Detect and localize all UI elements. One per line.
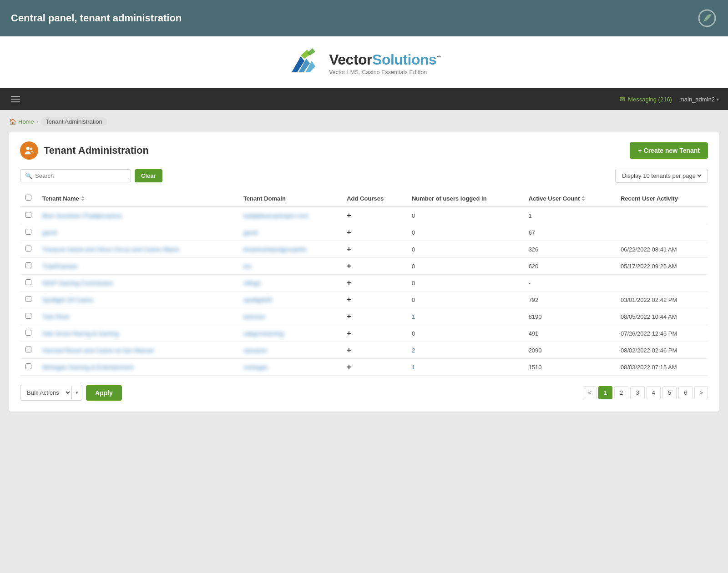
tenant-domain-cell[interactable]: oakgroveaming xyxy=(238,325,341,342)
col-tenant-name: Tenant Name xyxy=(37,190,238,207)
table-row: TulaIIGantamtno+062005/17/2022 09:25 AM xyxy=(20,258,708,275)
breadcrumb-home[interactable]: 🏠 Home xyxy=(9,118,34,125)
active-count-cell: 792 xyxy=(523,292,615,308)
logged-in-cell[interactable]: 1 xyxy=(406,308,523,325)
row-checkbox[interactable] xyxy=(25,279,31,285)
logged-in-cell[interactable]: 2 xyxy=(406,342,523,359)
page-5-button[interactable]: 5 xyxy=(662,386,677,399)
people-icon xyxy=(24,146,34,156)
add-courses-cell[interactable]: + xyxy=(341,275,406,292)
tenant-name-cell[interactable]: Spotlight 29 Casino xyxy=(37,292,238,308)
page-4-button[interactable]: 4 xyxy=(647,386,661,399)
tenant-name-cell[interactable]: Harrsed Resort and Casino at San Manuel xyxy=(37,342,238,359)
logged-in-cell: 0 xyxy=(406,224,523,241)
page-1-button[interactable]: 1 xyxy=(598,386,612,399)
row-checkbox[interactable] xyxy=(25,347,31,352)
tenant-name-cell[interactable]: Blue Sunshine (Tulalip/casino) xyxy=(37,207,238,224)
breadcrumb: 🏠 Home › Tenant Administration xyxy=(9,117,719,126)
active-count-cell: 326 xyxy=(523,241,615,258)
recent-activity-cell xyxy=(615,275,708,292)
row-checkbox[interactable] xyxy=(25,212,31,218)
bulk-actions-chevron[interactable]: ▾ xyxy=(71,386,82,399)
tenant-name-cell[interactable]: TulaIIGantam xyxy=(37,258,238,275)
add-courses-cell[interactable]: + xyxy=(341,292,406,308)
apply-button[interactable]: Apply xyxy=(86,385,122,401)
search-input[interactable] xyxy=(35,172,126,179)
tenant-domain-cell[interactable]: timantra/islandgroupinfo xyxy=(238,241,341,258)
tenant-domain-cell[interactable]: spotlight29 xyxy=(238,292,341,308)
page-6-button[interactable]: 6 xyxy=(678,386,693,399)
logged-in-cell: 0 xyxy=(406,258,523,275)
col-active-user-count: Active User Count xyxy=(523,190,615,207)
active-count-cell: 620 xyxy=(523,258,615,275)
add-courses-cell[interactable]: + xyxy=(341,325,406,342)
table-row: Harrsed Resort and Casino at San Manuels… xyxy=(20,342,708,359)
user-menu[interactable]: main_admin2 ▾ xyxy=(679,96,719,103)
tenant-name-cell[interactable]: Twin River xyxy=(37,308,238,325)
tenant-domain-cell[interactable]: twinriver xyxy=(238,308,341,325)
add-courses-cell[interactable]: + xyxy=(341,359,406,376)
add-courses-cell[interactable]: + xyxy=(341,342,406,359)
tenant-table: Tenant Name Tenant Domain Add Courses Nu… xyxy=(20,190,708,376)
page-3-button[interactable]: 3 xyxy=(630,386,644,399)
recent-activity-cell: 06/22/2022 08:41 AM xyxy=(615,241,708,258)
row-checkbox[interactable] xyxy=(25,330,31,336)
col-users-logged-in: Number of users logged in xyxy=(406,190,523,207)
prev-page-button[interactable]: < xyxy=(583,386,597,399)
tenant-domain-cell[interactable]: tno xyxy=(238,258,341,275)
active-count-cell: 1510 xyxy=(523,359,615,376)
tenant-domain-cell[interactable]: nilfogo xyxy=(238,275,341,292)
row-checkbox[interactable] xyxy=(25,229,31,235)
tenant-name-cell[interactable]: Oak Grove Racing & Gaming xyxy=(37,325,238,342)
page-title: Central panel, tenant administration xyxy=(11,12,182,24)
tenant-name-cell[interactable]: Mohegan Gaming & Entertainment xyxy=(37,359,238,376)
nav-bar: ✉ Messaging (216) main_admin2 ▾ xyxy=(0,88,728,110)
next-page-button[interactable]: > xyxy=(694,386,708,399)
messaging-link[interactable]: ✉ Messaging (216) xyxy=(620,96,672,103)
panel-header: Tenant Administration + Create new Tenan… xyxy=(20,141,708,160)
row-checkbox[interactable] xyxy=(25,296,31,302)
active-count-cell: 2090 xyxy=(523,342,615,359)
add-courses-cell[interactable]: + xyxy=(341,308,406,325)
tenant-name-cell[interactable]: gamit xyxy=(37,224,238,241)
row-checkbox[interactable] xyxy=(25,313,31,319)
breadcrumb-current: Tenant Administration xyxy=(41,117,106,126)
logged-in-cell[interactable]: 1 xyxy=(406,359,523,376)
logo-sub: Vector LMS, Casino Essentials Edition xyxy=(329,69,441,75)
bulk-actions-dropdown[interactable]: Bulk Actions xyxy=(20,385,71,400)
add-courses-cell[interactable]: + xyxy=(341,224,406,241)
row-checkbox[interactable] xyxy=(25,246,31,251)
tenant-table-wrap: Tenant Name Tenant Domain Add Courses Nu… xyxy=(20,190,708,376)
search-bar: 🔍 Clear Display 10 tenants per page Disp… xyxy=(20,169,708,183)
tenant-domain-cell[interactable]: sansanm xyxy=(238,342,341,359)
display-per-page-select[interactable]: Display 10 tenants per page Display 25 t… xyxy=(615,169,708,183)
bottom-bar: Bulk Actions ▾ Apply <123456> xyxy=(20,385,708,401)
add-courses-cell[interactable]: + xyxy=(341,241,406,258)
tenant-domain-cell[interactable]: tulalipbluecasinopro.com xyxy=(238,207,341,224)
tenant-admin-panel: Tenant Administration + Create new Tenan… xyxy=(9,132,719,412)
table-header: Tenant Name Tenant Domain Add Courses Nu… xyxy=(20,190,708,207)
tenant-domain-cell[interactable]: gamit xyxy=(238,224,341,241)
page-2-button[interactable]: 2 xyxy=(614,386,628,399)
row-checkbox[interactable] xyxy=(25,262,31,268)
table-body: Blue Sunshine (Tulalip/casino)tulalipblu… xyxy=(20,207,708,376)
row-checkbox[interactable] xyxy=(25,363,31,369)
sort-active-icon[interactable] xyxy=(581,196,585,201)
username-label: main_admin2 xyxy=(679,96,715,103)
hamburger-menu[interactable] xyxy=(9,94,22,104)
add-courses-cell[interactable]: + xyxy=(341,258,406,275)
table-row: Oak Grove Racing & Gamingoakgroveaming+0… xyxy=(20,325,708,342)
add-courses-cell[interactable]: + xyxy=(341,207,406,224)
home-icon: 🏠 xyxy=(9,118,16,125)
tenant-domain-cell[interactable]: mohegan xyxy=(238,359,341,376)
tenant-name-cell[interactable]: Treasure Island and Citrus Circus and Ca… xyxy=(37,241,238,258)
per-page-dropdown[interactable]: Display 10 tenants per page Display 25 t… xyxy=(620,172,703,180)
svg-point-7 xyxy=(30,148,33,151)
pagination: <123456> xyxy=(583,386,708,399)
select-all-checkbox[interactable] xyxy=(25,195,31,201)
sort-tenant-name-icon[interactable] xyxy=(81,196,85,201)
create-tenant-button[interactable]: + Create new Tenant xyxy=(630,142,708,159)
col-tenant-domain: Tenant Domain xyxy=(238,190,341,207)
clear-button[interactable]: Clear xyxy=(135,169,162,182)
tenant-name-cell[interactable]: NIGP Gaming Commission xyxy=(37,275,238,292)
